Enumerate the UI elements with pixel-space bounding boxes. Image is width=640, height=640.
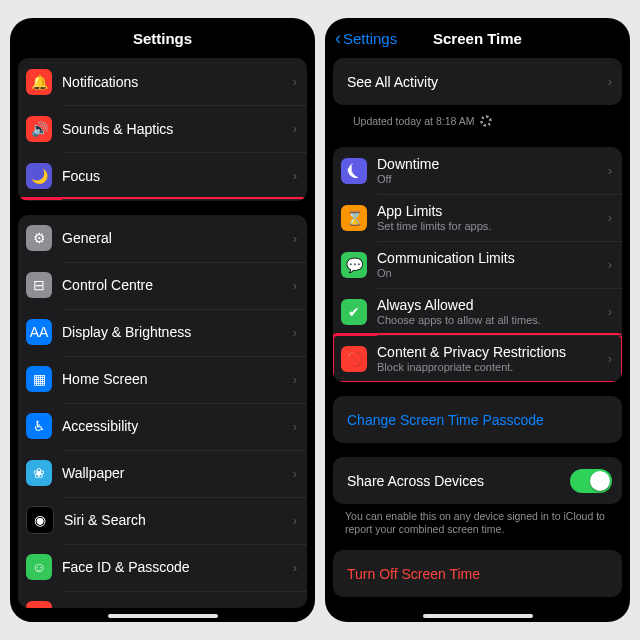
passcode-group: Change Screen Time Passcode (333, 396, 622, 443)
cell-icon: 🔔 (26, 69, 52, 95)
settings-cell[interactable]: ⚙︎ General › (18, 215, 307, 262)
cell-icon: ▦ (26, 366, 52, 392)
settings-cell[interactable]: 🌙 Focus › (18, 152, 307, 199)
cell-title: Communication Limits (377, 250, 602, 266)
share-toggle[interactable] (570, 469, 612, 493)
cell-title: Downtime (377, 156, 602, 172)
see-all-activity[interactable]: See All Activity › (333, 58, 622, 105)
cell-title: Wallpaper (62, 465, 287, 481)
chevron-right-icon: › (287, 325, 297, 340)
chevron-right-icon: › (287, 513, 297, 528)
chevron-right-icon: › (287, 372, 297, 387)
cell-title: Always Allowed (377, 297, 602, 313)
cell-title: App Limits (377, 203, 602, 219)
cell-icon: AA (26, 319, 52, 345)
cell-icon: 🚫 (341, 346, 367, 372)
cell-subtitle: Set time limits for apps. (377, 220, 602, 233)
share-footer: You can enable this on any device signed… (333, 508, 622, 536)
turn-off-group: Turn Off Screen Time (333, 550, 622, 597)
cell-icon: 🔊 (26, 116, 52, 142)
cell-title: Content & Privacy Restrictions (377, 344, 602, 360)
cell-subtitle: On (377, 267, 602, 280)
cell-title: Home Screen (62, 371, 287, 387)
cell-icon: ⊟ (26, 272, 52, 298)
cell-subtitle: Off (377, 173, 602, 186)
settings-cell[interactable]: ◉ Siri & Search › (18, 497, 307, 544)
nav-title: Screen Time (433, 30, 522, 47)
chevron-right-icon: › (287, 466, 297, 481)
cell-title: Sounds & Haptics (62, 121, 287, 137)
settings-cell[interactable]: ♿︎ Accessibility › (18, 403, 307, 450)
loading-spinner-icon (480, 115, 492, 127)
navbar: Settings (10, 18, 315, 58)
activity-group: See All Activity › (333, 58, 622, 105)
cell-subtitle: Block inappropriate content. (377, 361, 602, 374)
settings-cell[interactable]: 🔊 Sounds & Haptics › (18, 105, 307, 152)
chevron-right-icon: › (602, 304, 612, 319)
settings-cell[interactable]: ⊟ Control Centre › (18, 262, 307, 309)
settings-cell[interactable]: ❀ Wallpaper › (18, 450, 307, 497)
cell-icon: ♿︎ (26, 413, 52, 439)
settings-cell[interactable]: ⌛ Screen Time › (18, 199, 307, 201)
settings-cell[interactable]: 🚫 Content & Privacy Restrictions Block i… (333, 335, 622, 382)
chevron-right-icon: › (287, 168, 297, 183)
cell-title: Display & Brightness (62, 324, 287, 340)
screen-time-body[interactable]: See All Activity › Updated today at 8:18… (325, 58, 630, 622)
cell-icon: 💬 (341, 252, 367, 278)
cell-icon: 🌙 (26, 163, 52, 189)
chevron-left-icon: ‹ (335, 31, 341, 46)
settings-body[interactable]: 🔔 Notifications › 🔊 Sounds & Haptics › 🌙… (10, 58, 315, 622)
chevron-right-icon: › (602, 163, 612, 178)
features-group: ⏾ Downtime Off › ⌛ App Limits Set time l… (333, 147, 622, 382)
chevron-right-icon: › (287, 74, 297, 89)
cell-icon: SOS (26, 601, 52, 608)
chevron-right-icon: › (287, 231, 297, 246)
settings-cell[interactable]: AA Display & Brightness › (18, 309, 307, 356)
cell-title: Focus (62, 168, 287, 184)
cell-title: General (62, 230, 287, 246)
cell-icon: ☺ (26, 554, 52, 580)
settings-cell[interactable]: ⏾ Downtime Off › (333, 147, 622, 194)
cell-subtitle: Choose apps to allow at all times. (377, 314, 602, 327)
share-group: Share Across Devices (333, 457, 622, 504)
settings-group: ⚙︎ General › ⊟ Control Centre › AA Displ… (18, 215, 307, 608)
cell-title: Accessibility (62, 418, 287, 434)
chevron-right-icon: › (287, 419, 297, 434)
settings-root-screen: Settings 🔔 Notifications › 🔊 Sounds & Ha… (10, 18, 315, 622)
settings-cell[interactable]: ⌛ App Limits Set time limits for apps. › (333, 194, 622, 241)
chevron-right-icon: › (602, 210, 612, 225)
cell-icon: ⚙︎ (26, 225, 52, 251)
share-across-devices[interactable]: Share Across Devices (333, 457, 622, 504)
nav-title: Settings (133, 30, 192, 47)
chevron-right-icon: › (602, 257, 612, 272)
change-passcode[interactable]: Change Screen Time Passcode (333, 396, 622, 443)
chevron-right-icon: › (602, 351, 612, 366)
settings-cell[interactable]: SOS Emergency SOS › (18, 591, 307, 608)
settings-cell[interactable]: ✔︎ Always Allowed Choose apps to allow a… (333, 288, 622, 335)
back-label: Settings (343, 30, 397, 47)
cell-icon: ❀ (26, 460, 52, 486)
cell-title: Face ID & Passcode (62, 559, 287, 575)
home-indicator[interactable] (108, 614, 218, 618)
cell-icon: ✔︎ (341, 299, 367, 325)
settings-cell[interactable]: ▦ Home Screen › (18, 356, 307, 403)
cell-icon: ⌛ (341, 205, 367, 231)
settings-cell[interactable]: 💬 Communication Limits On › (333, 241, 622, 288)
chevron-right-icon: › (287, 560, 297, 575)
chevron-right-icon: › (287, 278, 297, 293)
cell-title: Emergency SOS (62, 606, 287, 608)
chevron-right-icon: › (602, 74, 612, 89)
settings-cell[interactable]: 🔔 Notifications › (18, 58, 307, 105)
updated-caption: Updated today at 8:18 AM (333, 109, 622, 133)
home-indicator[interactable] (423, 614, 533, 618)
cell-title: Control Centre (62, 277, 287, 293)
settings-cell[interactable]: ☺ Face ID & Passcode › (18, 544, 307, 591)
screen-time-screen: ‹ Settings Screen Time See All Activity … (325, 18, 630, 622)
cell-title: Notifications (62, 74, 287, 90)
navbar: ‹ Settings Screen Time (325, 18, 630, 58)
back-button[interactable]: ‹ Settings (335, 30, 397, 47)
turn-off-screen-time[interactable]: Turn Off Screen Time (333, 550, 622, 597)
chevron-right-icon: › (287, 121, 297, 136)
cell-icon: ⏾ (341, 158, 367, 184)
cell-icon: ◉ (26, 506, 54, 534)
